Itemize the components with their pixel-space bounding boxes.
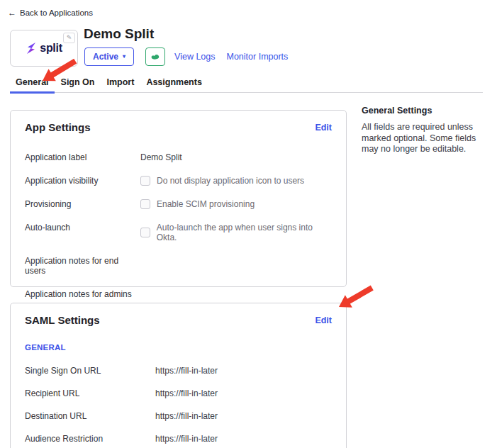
setting-label: Provisioning [25, 199, 140, 209]
setting-label: Single Sign On URL [25, 366, 155, 376]
setting-row-notes-end-users: Application notes for end users [25, 256, 332, 276]
checkbox-label: Auto-launch the app when user signs into… [157, 223, 332, 242]
app-settings-edit-button[interactable]: Edit [315, 123, 332, 133]
setting-row-application-visibility: Application visibility Do not display ap… [25, 176, 332, 186]
tab-assignments[interactable]: Assignments [140, 74, 208, 94]
tab-bar: General Sign On Import Assignments [10, 74, 483, 93]
app-settings-title: App Settings [25, 121, 91, 133]
pencil-icon: ✎ [67, 34, 72, 41]
saml-row-recipient-url: Recipient URL https://fill-in-later [25, 388, 332, 398]
okta-app-page: ← Back to Applications ✎ split Demo Spli… [0, 0, 497, 448]
setting-row-application-label: Application label Demo Split [25, 152, 332, 162]
setting-label: Application notes for admins [25, 289, 140, 299]
tab-general[interactable]: General [10, 74, 55, 94]
page-title: Demo Split [84, 26, 154, 42]
status-dropdown-button[interactable]: Active ▾ [84, 47, 134, 66]
setting-value: https://fill-in-later [155, 388, 218, 398]
split-logo-text: split [40, 42, 62, 55]
setting-label: Recipient URL [25, 388, 155, 398]
sidebar-description: All fields are required unless marked op… [362, 122, 493, 155]
back-link-label: Back to Applications [20, 9, 93, 17]
status-label: Active [93, 52, 118, 62]
handshake-icon [150, 53, 160, 60]
monitor-imports-link[interactable]: Monitor Imports [227, 52, 289, 62]
provisioning-button[interactable] [145, 47, 165, 66]
checkbox-label: Do not display application icon to users [157, 176, 304, 186]
saml-settings-card: SAML Settings Edit GENERAL Single Sign O… [10, 303, 347, 448]
edit-logo-button[interactable]: ✎ [63, 33, 75, 43]
back-to-applications-link[interactable]: ← Back to Applications [8, 8, 93, 18]
setting-row-notes-admins: Application notes for admins [25, 289, 332, 299]
scim-provisioning-checkbox[interactable] [140, 199, 150, 209]
app-actions: Active ▾ View Logs Monitor Imports [84, 47, 288, 66]
chevron-down-icon: ▾ [123, 54, 125, 60]
saml-general-section-header: GENERAL [25, 343, 332, 352]
sidebar-title: General Settings [362, 106, 493, 116]
tab-import[interactable]: Import [101, 74, 140, 94]
auto-launch-checkbox[interactable] [140, 228, 150, 237]
setting-label: Application notes for end users [25, 256, 140, 276]
setting-value: Demo Split [140, 152, 182, 162]
setting-label: Destination URL [25, 411, 155, 421]
view-logs-link[interactable]: View Logs [174, 52, 215, 62]
setting-label: Application visibility [25, 176, 140, 186]
app-logo-card: ✎ split [10, 30, 78, 67]
setting-value: https://fill-in-later [155, 411, 218, 421]
saml-settings-title: SAML Settings [25, 314, 100, 326]
tab-sign-on[interactable]: Sign On [55, 74, 101, 94]
help-sidebar: General Settings All fields are required… [362, 106, 493, 155]
app-settings-card: App Settings Edit Application label Demo… [10, 110, 347, 287]
setting-row-provisioning: Provisioning Enable SCIM provisioning [25, 199, 332, 209]
visibility-checkbox[interactable] [140, 176, 150, 186]
saml-settings-edit-button[interactable]: Edit [315, 315, 332, 325]
setting-row-auto-launch: Auto-launch Auto-launch the app when use… [25, 223, 332, 242]
saml-row-sso-url: Single Sign On URL https://fill-in-later [25, 366, 332, 376]
saml-row-destination-url: Destination URL https://fill-in-later [25, 411, 332, 421]
setting-label: Auto-launch [25, 223, 140, 233]
saml-row-audience-restriction: Audience Restriction https://fill-in-lat… [25, 434, 332, 444]
back-arrow-icon: ← [8, 8, 16, 18]
checkbox-label: Enable SCIM provisioning [157, 199, 255, 209]
setting-label: Audience Restriction [25, 434, 155, 444]
setting-label: Application label [25, 152, 140, 162]
split-logo-icon [26, 43, 37, 54]
setting-value: https://fill-in-later [155, 434, 218, 444]
setting-value: https://fill-in-later [155, 366, 218, 376]
